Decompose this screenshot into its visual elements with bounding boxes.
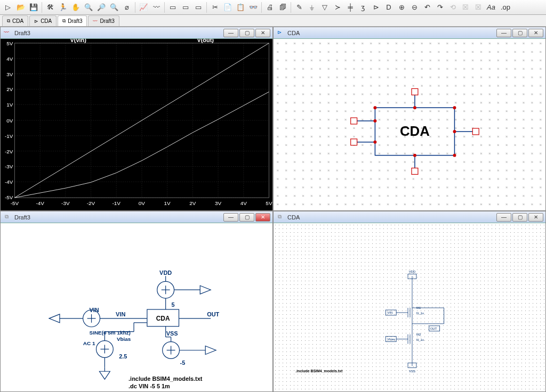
minimize-button[interactable]: — xyxy=(496,29,511,37)
document-tabbar: ⧉CDA ⊳CDA ⧉Draft3 〰Draft3 xyxy=(0,15,546,27)
svg-text:.include BSIM4_models.txt: .include BSIM4_models.txt xyxy=(129,375,203,382)
svg-point-64 xyxy=(413,106,416,109)
svg-text:5V: 5V xyxy=(6,40,13,46)
maximize-button[interactable]: ▢ xyxy=(239,29,254,37)
tab-cda-schem[interactable]: ⊳CDA xyxy=(29,15,57,26)
symbol-canvas[interactable]: × CDA xyxy=(274,39,545,210)
tool-tile1-icon[interactable]: ▭ xyxy=(167,2,179,13)
tab-label: Draft3 xyxy=(100,18,114,24)
tool-open-icon[interactable]: 📂 xyxy=(15,2,27,13)
tab-draft3-plot[interactable]: 〰Draft3 xyxy=(88,15,119,26)
waveform-icon: 〰 xyxy=(3,29,10,37)
testbench-canvas[interactable]: VDD 5 VIN VIN OUT VSS -5 SINE(0 5m 1khz)… xyxy=(1,223,272,391)
tool-drag-icon[interactable]: ⊖ xyxy=(408,2,420,13)
svg-text:0V: 0V xyxy=(139,200,146,206)
close-button[interactable]: ✕ xyxy=(528,213,543,222)
tool-text-icon[interactable]: Aa xyxy=(485,2,497,13)
tool-copy-icon[interactable]: 📄 xyxy=(222,2,234,13)
pane-waveform: 〰 Draft3 — ▢ ✕ 5V xyxy=(0,27,273,211)
tool-resistor-icon[interactable]: ≻ xyxy=(332,2,343,13)
svg-text:N_1u: N_1u xyxy=(416,312,424,315)
svg-text:2.5: 2.5 xyxy=(119,353,127,360)
tool-label-icon[interactable]: ▽ xyxy=(319,2,331,13)
tool-paste-icon[interactable]: 📋 xyxy=(235,2,246,13)
svg-text:V(vin): V(vin) xyxy=(70,39,87,43)
tool-inductor-icon[interactable]: ʒ xyxy=(357,2,369,13)
tool-pan-icon[interactable]: ✋ xyxy=(70,2,82,13)
tool-rotate-icon[interactable]: ⟲ xyxy=(447,2,459,13)
svg-text:2V: 2V xyxy=(6,86,13,92)
tool-zoom-icon[interactable]: 🔎 xyxy=(95,2,107,13)
tool-zoomfit-icon[interactable]: ⌀ xyxy=(121,2,133,13)
tab-cda-symbol[interactable]: ⧉CDA xyxy=(2,15,28,26)
tool-simulate-icon[interactable]: 🏃 xyxy=(57,2,69,13)
svg-text:3V: 3V xyxy=(6,71,13,77)
svg-text:CDA: CDA xyxy=(156,315,170,322)
tool-autoscale-icon[interactable]: 📈 xyxy=(138,2,149,13)
tool-undo-icon[interactable]: ↶ xyxy=(421,2,433,13)
pane-circuit: ⧉ CDA — ▢ ✕ xyxy=(273,211,546,392)
tool-component-icon[interactable]: D xyxy=(383,2,395,13)
workspace: 〰 Draft3 — ▢ ✕ 5V xyxy=(0,27,546,392)
tool-config-icon[interactable]: 🛠 xyxy=(44,2,56,13)
svg-text:V(out): V(out) xyxy=(197,39,214,43)
svg-text:.dc VIN -5 5 1m: .dc VIN -5 5 1m xyxy=(129,383,170,389)
tab-draft3-schem[interactable]: ⧉Draft3 xyxy=(58,15,87,26)
pane-testbench-titlebar[interactable]: ⧉ Draft3 — ▢ ✕ xyxy=(1,211,272,223)
plot-area[interactable]: 5V 4V 3V 2V 1V 0V -1V -2V -3V -4V -5V -5… xyxy=(1,39,272,210)
maximize-button[interactable]: ▢ xyxy=(512,213,527,222)
svg-text:VDD: VDD xyxy=(159,270,172,276)
svg-text:M2: M2 xyxy=(416,333,421,336)
svg-text:VIN: VIN xyxy=(387,311,392,314)
tool-diode-icon[interactable]: ⊳ xyxy=(370,2,382,13)
tool-zoomin-icon[interactable]: 🔍 xyxy=(83,2,94,13)
svg-text:3V: 3V xyxy=(215,200,222,206)
close-button[interactable]: ✕ xyxy=(255,213,270,222)
pane-title: Draft3 xyxy=(12,214,223,220)
minimize-button[interactable]: — xyxy=(223,29,238,37)
svg-text:Vbias: Vbias xyxy=(117,336,131,342)
svg-point-62 xyxy=(373,141,376,144)
tool-move-icon[interactable]: ⊕ xyxy=(396,2,407,13)
tool-trace-icon[interactable]: 〰 xyxy=(150,2,162,13)
tool-find-icon[interactable]: 👓 xyxy=(247,2,259,13)
tool-spice-icon[interactable]: .op xyxy=(498,2,513,13)
maximize-button[interactable]: ▢ xyxy=(512,29,527,37)
circuit-canvas[interactable]: VDD M1 N_1u M2 N_1u VIN OUT Vbias VSS .i… xyxy=(274,223,545,391)
svg-text:VSS: VSS xyxy=(166,330,178,337)
tool-cut-icon[interactable]: ✂ xyxy=(209,2,221,13)
pane-circuit-titlebar[interactable]: ⧉ CDA — ▢ ✕ xyxy=(274,211,545,223)
svg-text:5V: 5V xyxy=(266,200,272,206)
close-button[interactable]: ✕ xyxy=(528,29,543,37)
tool-mirror-icon[interactable]: ☒ xyxy=(460,2,471,13)
tool-capacitor-icon[interactable]: ╪ xyxy=(344,2,356,13)
svg-text:5: 5 xyxy=(172,301,175,308)
tool-zoomout-icon[interactable]: 🔍 xyxy=(108,2,120,13)
minimize-button[interactable]: — xyxy=(223,213,238,222)
svg-text:OUT: OUT xyxy=(207,311,219,317)
tool-wire-icon[interactable]: ✎ xyxy=(293,2,305,13)
maximize-button[interactable]: ▢ xyxy=(239,213,254,222)
close-button[interactable]: ✕ xyxy=(255,29,270,37)
tool-redo-icon[interactable]: ↷ xyxy=(434,2,446,13)
pane-symbol-titlebar[interactable]: ⊳ CDA — ▢ ✕ xyxy=(274,27,545,39)
svg-rect-58 xyxy=(472,128,479,135)
svg-text:2V: 2V xyxy=(189,200,196,206)
svg-text:-5: -5 xyxy=(180,360,186,366)
svg-rect-59 xyxy=(412,88,418,95)
pane-waveform-titlebar[interactable]: 〰 Draft3 — ▢ ✕ xyxy=(1,27,272,39)
tool-printsetup-icon[interactable]: 🗐 xyxy=(277,2,288,13)
minimize-button[interactable]: — xyxy=(496,213,511,222)
tool-print-icon[interactable]: 🖨 xyxy=(264,2,276,13)
pane-title: CDA xyxy=(285,30,496,36)
svg-text:-1V: -1V xyxy=(113,200,121,206)
pane-symbol: ⊳ CDA — ▢ ✕ × xyxy=(273,27,546,211)
subcircuit-icon: ⊳ xyxy=(34,19,38,24)
tool-save-icon[interactable]: 💾 xyxy=(28,2,39,13)
tool-run-icon[interactable]: ▷ xyxy=(2,2,14,13)
tool-ground-icon[interactable]: ⏚ xyxy=(306,2,318,13)
tool-mirror2-icon[interactable]: ☒ xyxy=(472,2,484,13)
tool-tile2-icon[interactable]: ▭ xyxy=(180,2,191,13)
svg-point-63 xyxy=(453,130,456,133)
tool-tile3-icon[interactable]: ▭ xyxy=(192,2,204,13)
